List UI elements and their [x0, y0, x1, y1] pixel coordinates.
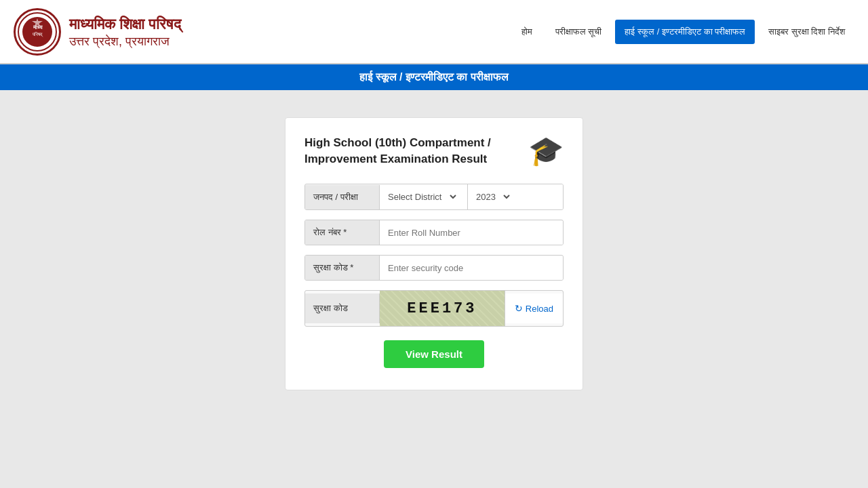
district-row: जनपद / परीक्षा Select District 2023 2022… [304, 184, 564, 210]
nav-results[interactable]: परीक्षाफल सूची [546, 20, 612, 44]
form-card: High School (10th) Compartment / Improve… [285, 117, 583, 390]
security-label: सुरक्षा कोड * [305, 256, 380, 280]
svg-text:परिषद्: परिषद् [32, 31, 43, 37]
banner-text: हाई स्कूल / इण्टरमीडिएट का परीक्षाफल [359, 71, 509, 83]
reload-button[interactable]: ↻ Reload [505, 293, 563, 323]
district-select[interactable]: Select District [380, 184, 458, 209]
nav-links: होम परीक्षाफल सूची हाई स्कूल / इण्टरमीडि… [512, 20, 854, 44]
roll-number-row: रोल नंबर * [304, 220, 564, 245]
nav-cyber[interactable]: साइबर सुरक्षा दिशा निर्देश [759, 20, 854, 44]
form-title: High School (10th) Compartment / Improve… [304, 135, 521, 167]
reload-label: Reload [526, 304, 553, 314]
captcha-label: सुरक्षा कोड [305, 293, 380, 323]
roll-label: रोल नंबर * [305, 220, 380, 245]
nav-highschool[interactable]: हाई स्कूल / इण्टरमीडिएट का परीक्षाफल [615, 20, 755, 44]
logo-area: माध्य परिषद् माध्यमिक शिक्षा परिषद् उत्त… [14, 8, 181, 56]
district-label: जनपद / परीक्षा [305, 185, 380, 209]
district-select-wrap: Select District [380, 184, 468, 209]
view-result-button[interactable]: View Result [384, 340, 484, 368]
reload-icon: ↻ [515, 303, 523, 314]
logo-circle: माध्य परिषद् [14, 8, 61, 56]
roll-input[interactable] [380, 221, 563, 245]
security-input[interactable] [380, 256, 563, 280]
graduation-icon: 🎓 [528, 134, 564, 167]
blue-banner: हाई स्कूल / इण्टरमीडिएट का परीक्षाफल [0, 64, 868, 90]
year-select[interactable]: 2023 2022 2021 2020 [468, 184, 512, 209]
captcha-row: सुरक्षा कोड EEE173 ↻ Reload [304, 290, 564, 327]
year-select-wrap: 2023 2022 2021 2020 [468, 184, 563, 209]
org-title-block: माध्यमिक शिक्षा परिषद् उत्तर प्रदेश, प्र… [69, 14, 181, 49]
security-code-row: सुरक्षा कोड * [304, 255, 564, 281]
header: माध्य परिषद् माध्यमिक शिक्षा परिषद् उत्त… [0, 0, 868, 64]
captcha-image: EEE173 [380, 291, 505, 326]
main-content: High School (10th) Compartment / Improve… [0, 90, 868, 418]
svg-text:माध्य: माध्य [33, 24, 43, 30]
nav-home[interactable]: होम [512, 20, 542, 44]
form-title-area: High School (10th) Compartment / Improve… [304, 134, 564, 167]
org-subtitle: उत्तर प्रदेश, प्रयागराज [69, 35, 181, 49]
org-name: माध्यमिक शिक्षा परिषद् [69, 14, 181, 35]
